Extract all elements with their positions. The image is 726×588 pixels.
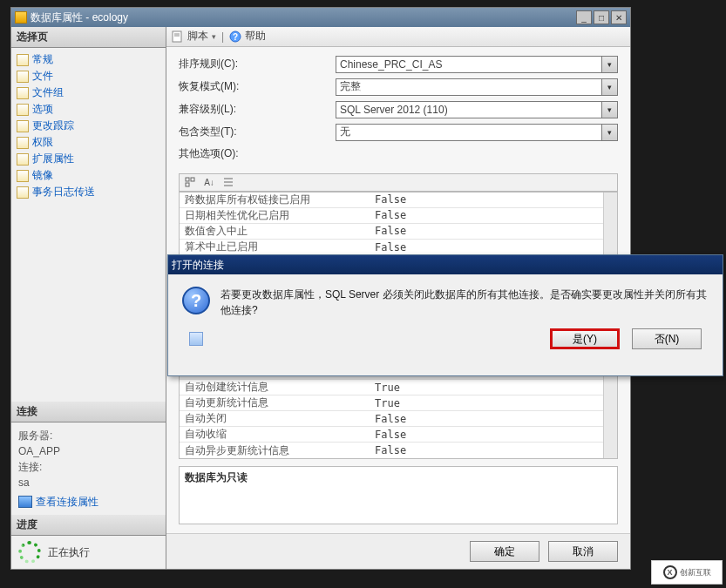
compat-combo[interactable]: SQL Server 2012 (110)▾: [336, 101, 618, 118]
connection-header: 连接: [11, 402, 166, 422]
maximize-button[interactable]: □: [594, 10, 609, 24]
options-grid-top[interactable]: 跨数据库所有权链接已启用False 日期相关性优化已启用False 数值舍入中止…: [179, 192, 618, 256]
categorized-button[interactable]: [183, 175, 197, 189]
grid-value[interactable]: False: [370, 209, 603, 221]
help-icon: ?: [229, 30, 241, 43]
view-connection-link[interactable]: 查看连接属性: [18, 494, 159, 510]
dialog-buttons: 确定 取消: [166, 533, 630, 569]
grid-value[interactable]: False: [370, 225, 603, 237]
recovery-combo[interactable]: 完整▾: [336, 78, 618, 96]
nav-item-filegroups[interactable]: 文件组: [15, 84, 162, 101]
modal-titlebar[interactable]: 打开的连接: [168, 255, 723, 274]
modal-title: 打开的连接: [172, 258, 224, 273]
containment-combo[interactable]: 无▾: [336, 124, 618, 141]
select-page-header: 选择页: [11, 27, 166, 48]
watermark-logo: X 创新互联: [651, 560, 723, 585]
alphabetical-button[interactable]: A↓: [202, 175, 216, 189]
grid-name: 算术中止已启用: [180, 240, 370, 254]
modal-body: ? 若要更改数据库属性，SQL Server 必须关闭此数据库的所有其他连接。是…: [168, 274, 723, 327]
grid-scrollbar[interactable]: [603, 364, 617, 458]
nav-item-general[interactable]: 常规: [15, 51, 162, 68]
options-grid-bottom[interactable]: 自动 自动创建统计信息True 自动更新统计信息True 自动关闭False 自…: [179, 363, 618, 459]
collation-combo[interactable]: Chinese_PRC_CI_AS▾: [336, 56, 618, 73]
nav-item-extended[interactable]: 扩展属性: [15, 151, 162, 167]
options-form: 排序规则(C): Chinese_PRC_CI_AS▾ 恢复模式(M): 完整▾…: [166, 47, 630, 170]
main-toolbar: 脚本 ▾ | ? 帮助: [166, 27, 630, 47]
server-value: OA_APP: [18, 443, 159, 459]
svg-rect-0: [173, 31, 181, 42]
grid-value[interactable]: True: [370, 382, 603, 394]
copy-icon[interactable]: [189, 332, 203, 346]
other-label: 其他选项(O):: [179, 146, 336, 161]
page-icon: [17, 120, 29, 132]
progress-header: 进度: [11, 515, 166, 536]
grid-name: 跨数据库所有权链接已启用: [180, 193, 370, 207]
sidebar: 选择页 常规 文件 文件组 选项 更改跟踪 权限 扩展属性 镜像 事务日志传送 …: [11, 27, 166, 569]
script-icon: [172, 30, 184, 43]
page-icon: [17, 186, 29, 199]
connection-icon: [18, 496, 32, 508]
grid-name: 日期相关性优化已启用: [180, 208, 370, 223]
grid-name: 自动创建统计信息: [180, 380, 370, 395]
minimize-button[interactable]: _: [576, 10, 592, 24]
modal-buttons: 是(Y) 否(N): [168, 327, 723, 362]
spinner-icon: [18, 541, 41, 564]
grid-value[interactable]: False: [370, 241, 603, 253]
chevron-down-icon[interactable]: ▾: [601, 125, 617, 140]
nav-item-changetracking[interactable]: 更改跟踪: [15, 118, 162, 134]
confirm-dialog: 打开的连接 ? 若要更改数据库属性，SQL Server 必须关闭此数据库的所有…: [167, 254, 723, 376]
page-icon: [17, 87, 29, 99]
no-button[interactable]: 否(N): [632, 328, 702, 349]
nav-item-permissions[interactable]: 权限: [15, 134, 162, 151]
grid-name: 自动收缩: [180, 427, 370, 442]
nav-list: 常规 文件 文件组 选项 更改跟踪 权限 扩展属性 镜像 事务日志传送: [11, 48, 166, 204]
conn-label: 连接:: [18, 459, 159, 475]
script-button[interactable]: 脚本: [187, 29, 208, 44]
logo-icon: X: [663, 565, 677, 579]
readonly-description: 数据库为只读: [179, 466, 618, 524]
grid-value[interactable]: False: [370, 429, 603, 441]
nav-item-options[interactable]: 选项: [15, 101, 162, 118]
window-titlebar[interactable]: 数据库属性 - ecology _ □ ✕: [11, 8, 630, 27]
cancel-button[interactable]: 取消: [548, 541, 618, 562]
window-title: 数据库属性 - ecology: [31, 10, 128, 25]
nav-item-logshipping[interactable]: 事务日志传送: [15, 184, 162, 200]
grid-value[interactable]: False: [370, 193, 603, 206]
nav-item-files[interactable]: 文件: [15, 68, 162, 84]
close-button[interactable]: ✕: [611, 10, 627, 24]
svg-rect-6: [191, 178, 194, 181]
connection-section: 服务器: OA_APP 连接: sa 查看连接属性: [11, 422, 166, 515]
grid-name: 自动更新统计信息: [180, 395, 370, 410]
nav-item-mirror[interactable]: 镜像: [15, 167, 162, 184]
svg-text:?: ?: [233, 32, 238, 42]
grid-value[interactable]: True: [370, 397, 603, 409]
collation-label: 排序规则(C):: [179, 57, 336, 71]
question-icon: ?: [182, 287, 210, 314]
grid-value[interactable]: False: [370, 413, 603, 425]
page-icon: [17, 104, 29, 116]
chevron-down-icon[interactable]: ▾: [601, 79, 617, 95]
chevron-down-icon[interactable]: ▾: [601, 57, 617, 72]
page-icon: [17, 137, 29, 149]
chevron-down-icon[interactable]: ▾: [601, 102, 617, 118]
containment-label: 包含类型(T):: [179, 125, 336, 139]
list-button[interactable]: [221, 175, 235, 189]
page-icon: [17, 71, 29, 83]
progress-text: 正在执行: [48, 545, 90, 560]
modal-message: 若要更改数据库属性，SQL Server 必须关闭此数据库的所有其他连接。是否确…: [221, 287, 709, 318]
svg-rect-5: [186, 178, 189, 181]
grid-name: 自动异步更新统计信息: [180, 443, 370, 458]
db-icon: [15, 11, 27, 24]
page-icon: [17, 153, 29, 166]
grid-value[interactable]: False: [370, 444, 603, 456]
logo-text: 创新互联: [680, 567, 711, 578]
page-icon: [17, 54, 29, 66]
grid-toolbar: A↓: [179, 173, 618, 192]
conn-value: sa: [18, 475, 159, 490]
ok-button[interactable]: 确定: [470, 541, 539, 562]
readonly-label: 数据库为只读: [185, 471, 248, 483]
yes-button[interactable]: 是(Y): [550, 328, 620, 349]
grid-name: 数值舍入中止: [180, 224, 370, 239]
help-button[interactable]: 帮助: [245, 29, 266, 44]
grid-scrollbar[interactable]: [603, 193, 617, 255]
